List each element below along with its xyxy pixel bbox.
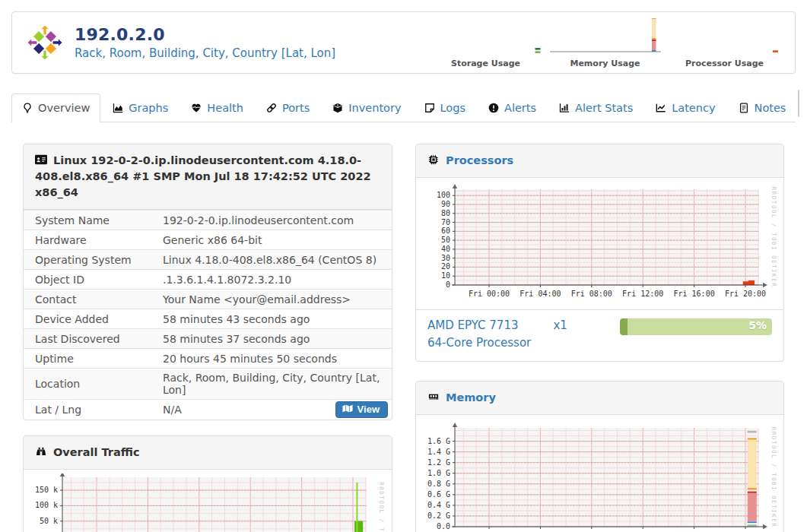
svg-text:50: 50	[441, 236, 450, 244]
device-header: 192.0.2.0 Rack, Room, Building, City, Co…	[11, 11, 796, 74]
table-row: HardwareGeneric x86 64-bit	[24, 230, 392, 250]
memory-title: Memory	[446, 391, 496, 404]
svg-text:RRDTOOL / TOBI OETIKER: RRDTOOL / TOBI OETIKER	[770, 426, 777, 527]
minigraph-processor-usage[interactable]: Processor Usage	[665, 17, 784, 68]
tab-label: Health	[207, 102, 243, 114]
minigraph-storage-usage[interactable]: Storage Usage	[426, 17, 545, 68]
row-value: .1.3.6.1.4.1.8072.3.2.10	[163, 274, 291, 286]
overall-traffic-graph[interactable]: 050 k100 k150 kRRDTOOL / TOBI OETIKER	[27, 473, 385, 532]
row-value: Generic x86 64-bit	[163, 234, 262, 246]
svg-text:Fri 08:00: Fri 08:00	[571, 290, 612, 298]
processors-graph[interactable]: 0102030405060708090100Fri 00:00Fri 04:00…	[420, 182, 777, 305]
tab-latency[interactable]: Latency	[645, 93, 726, 122]
tab-alert-stats[interactable]: Alert Stats	[548, 93, 643, 122]
lightbulb-icon	[22, 103, 33, 113]
cpu-name-link[interactable]: AMD EPYC 7713	[427, 318, 518, 332]
tab-overview[interactable]: Overview	[11, 93, 100, 122]
heartbeat-icon	[191, 103, 202, 113]
minigraph-memory-usage[interactable]: Memory Usage	[545, 17, 665, 68]
svg-text:Fri 04:00: Fri 04:00	[519, 290, 561, 298]
map-icon	[342, 404, 353, 415]
tab-ports[interactable]: Ports	[256, 93, 320, 122]
memory-header: Memory	[416, 382, 783, 415]
tab-health[interactable]: Health	[180, 93, 254, 122]
memory-chip-icon	[427, 391, 440, 402]
view-button-label: View	[357, 404, 380, 415]
processors-title: Processors	[446, 154, 513, 166]
row-value: 192-0-2-0.ip.linodeusercontent.com	[163, 214, 354, 226]
svg-text:RRDTOOL / TOBI OETIKER: RRDTOOL / TOBI OETIKER	[770, 187, 777, 287]
table-row: LocationRack, Room, Building, City, Coun…	[24, 369, 392, 400]
svg-text:0.4 G: 0.4 G	[427, 500, 450, 508]
cpu-count: x1	[553, 318, 567, 332]
row-label: Device Added	[24, 309, 151, 329]
cpu-name-line2[interactable]: 64-Core Processor	[427, 334, 567, 352]
svg-text:0.6 G: 0.6 G	[427, 489, 450, 498]
svg-text:100: 100	[437, 191, 450, 199]
area-chart-icon	[113, 103, 123, 113]
tab-inventory[interactable]: Inventory	[322, 93, 411, 122]
row-label: Lat / Lng	[24, 400, 151, 420]
row-label: System Name	[24, 211, 151, 230]
tab-alerts[interactable]: Alerts	[478, 93, 547, 122]
row-value: 20 hours 45 minutes 50 seconds	[163, 353, 337, 365]
minigraph-label: Storage Usage	[451, 59, 520, 68]
tab-logs[interactable]: Logs	[414, 93, 476, 122]
row-label: Operating System	[24, 250, 151, 270]
row-label: Contact	[24, 290, 151, 309]
bar-chart-icon	[559, 103, 570, 113]
table-row: Uptime20 hours 45 minutes 50 seconds	[24, 349, 392, 369]
svg-text:70: 70	[441, 218, 450, 226]
svg-text:10: 10	[441, 271, 450, 280]
svg-text:60: 60	[441, 226, 450, 235]
svg-text:1.6 G: 1.6 G	[427, 436, 450, 445]
cpu-usage-percent: 5%	[748, 319, 767, 331]
processor-usage-sparkline	[668, 17, 782, 58]
tab-label: Latency	[672, 102, 715, 114]
cpu-usage-fill	[620, 318, 627, 335]
overview-content: Linux 192-0-2-0.ip.linodeusercontent.com…	[23, 144, 784, 532]
traffic-panel: Overall Traffic 050 k100 k150 kRRDTOOL /…	[23, 435, 392, 532]
row-value: Rack, Room, Building, City, Country [Lat…	[163, 372, 380, 396]
processors-panel: Processors 0102030405060708090100Fri 00:…	[415, 144, 784, 362]
cpu-usage-row: AMD EPYC 7713x1 64-Core Processor 5%	[416, 309, 783, 361]
device-location-link[interactable]: Rack, Room, Building, City, Country [Lat…	[75, 46, 335, 60]
memory-graph[interactable]: 0.00.2 G0.4 G0.6 G0.8 G1.0 G1.2 G1.4 G1.…	[420, 419, 777, 532]
traffic-title: Overall Traffic	[53, 446, 140, 458]
sticky-note-icon	[424, 103, 435, 113]
svg-text:Fri 00:00: Fri 00:00	[469, 290, 510, 298]
table-row: Operating SystemLinux 4.18.0-408.el8.x86…	[24, 250, 392, 270]
device-actions-group	[798, 90, 799, 117]
memory-panel: Memory 0.00.2 G0.4 G0.6 G0.8 G1.0 G1.2 G…	[415, 381, 784, 532]
binoculars-icon	[35, 446, 47, 457]
svg-text:20: 20	[441, 262, 450, 271]
table-row: Last Discovered58 minutes 37 seconds ago	[24, 329, 392, 349]
svg-text:100 k: 100 k	[35, 501, 58, 509]
memory-usage-sparkline	[548, 17, 662, 58]
tab-graphs[interactable]: Graphs	[102, 93, 179, 122]
minigraph-label: Memory Usage	[570, 59, 640, 68]
svg-text:0.2 G: 0.2 G	[427, 511, 450, 519]
row-label: Uptime	[24, 349, 151, 369]
row-value: N/A	[163, 404, 182, 416]
settings-button[interactable]	[799, 90, 799, 116]
svg-text:0: 0	[446, 280, 450, 289]
svg-text:50 k: 50 k	[40, 516, 58, 524]
traffic-header: Overall Traffic	[24, 436, 392, 470]
storage-usage-sparkline	[429, 17, 543, 58]
address-card-icon	[35, 154, 47, 165]
svg-text:40: 40	[441, 245, 450, 253]
svg-text:Fri 12:00: Fri 12:00	[622, 290, 663, 298]
tab-label: Ports	[282, 102, 310, 114]
svg-text:1.2 G: 1.2 G	[427, 458, 450, 466]
tab-label: Notes	[755, 102, 786, 114]
processors-header: Processors	[416, 144, 783, 178]
svg-text:90: 90	[441, 200, 450, 208]
tab-label: Overview	[38, 102, 90, 114]
row-label: Hardware	[24, 230, 151, 250]
svg-text:1.0 G: 1.0 G	[427, 468, 450, 477]
header-minigraphs: Storage UsageMemory UsageProcessor Usage	[426, 17, 784, 68]
tab-notes[interactable]: Notes	[728, 93, 797, 122]
file-text-icon	[739, 103, 749, 113]
view-location-button[interactable]: View	[335, 401, 388, 418]
